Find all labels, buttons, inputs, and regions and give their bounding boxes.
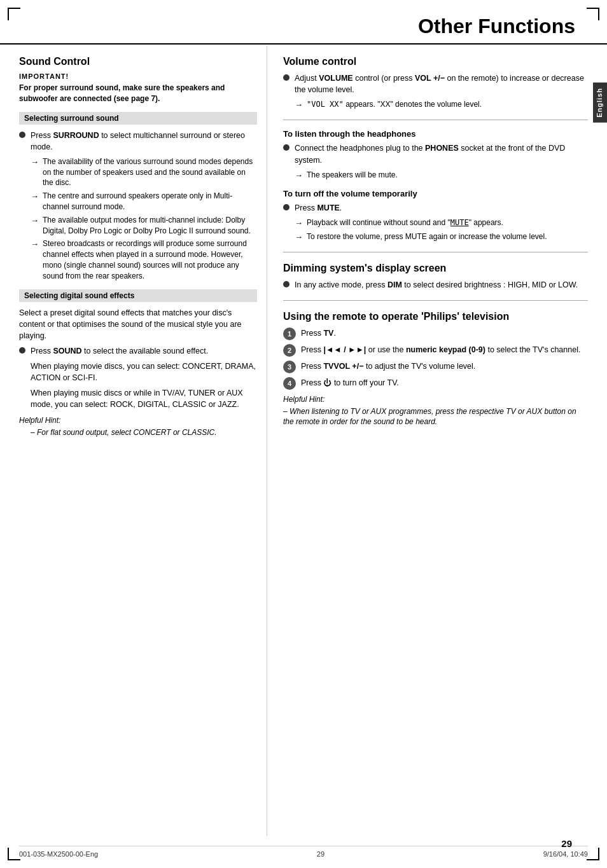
page-title-bar: Other Functions: [0, 0, 607, 45]
mute-arrow1-text: Playback will continue without sound and…: [307, 217, 503, 228]
arrow-icon-2: →: [31, 191, 39, 202]
divider-headphones: [283, 120, 588, 120]
arrow-icon-mute1: →: [295, 217, 303, 229]
step2-item: 2 Press |◄◄ / ►►| or use the numeric key…: [283, 344, 588, 357]
digital-intro-text: Select a preset digital sound effects th…: [19, 307, 257, 341]
helpful-hint-text-left: – For flat sound output, select CONCERT …: [31, 427, 257, 438]
right-column: Volume control Adjust VOLUME control (or…: [280, 46, 588, 836]
volume-arrow1-text: "VOL XX" appears. "XX" denotes the volum…: [307, 99, 482, 110]
surround-bullet-text: Press SURROUND to select multichannel su…: [31, 130, 257, 153]
helpful-hint-label-right: Helpful Hint:: [283, 395, 588, 404]
step3-number: 3: [283, 361, 296, 373]
mute-arrow1: → Playback will continue without sound a…: [295, 217, 588, 229]
sound-bullet-item: Press SOUND to select the available soun…: [19, 345, 257, 357]
bullet-dot-mute: [283, 204, 290, 210]
surround-arrow3-text: The available output modes for multi-cha…: [43, 215, 257, 237]
music-text: When playing music discs or while in TV/…: [31, 387, 257, 410]
arrow-icon-mute2: →: [295, 231, 303, 243]
headphones-arrow-text: The speakers will be mute.: [307, 170, 398, 181]
helpful-hint-label-left: Helpful Hint:: [19, 416, 257, 425]
surround-bullet-item: Press SURROUND to select multichannel su…: [19, 130, 257, 153]
page-title: Other Functions: [418, 15, 575, 38]
bullet-dot-volume: [283, 74, 290, 81]
surround-arrow2-text: The centre and surround speakers operate…: [43, 191, 257, 212]
content-area: Sound Control IMPORTANT! For proper surr…: [19, 46, 588, 836]
subsection-digital: Selecting digital sound effects: [19, 289, 257, 302]
mute-arrow2-text: To restore the volume, press MUTE again …: [307, 231, 547, 242]
movie-text: When playing movie discs, you can select…: [31, 361, 257, 383]
sound-control-title: Sound Control: [19, 56, 257, 67]
arrow-icon-headphones: →: [295, 170, 303, 181]
sound-bullet-text: Press SOUND to select the available soun…: [31, 345, 257, 357]
side-tab-english: English: [593, 83, 607, 123]
surround-arrow1: → The availability of the various surrou…: [31, 156, 257, 188]
step3-text: Press TVVOL +/− to adjust the TV's volum…: [301, 361, 588, 372]
dim-section-title: Dimming system's display screen: [283, 263, 588, 274]
headphones-arrow: → The speakers will be mute.: [295, 170, 588, 181]
surround-arrow4-text: Stereo broadcasts or recordings will pro…: [43, 238, 257, 281]
footer-doc-id: 001-035-MX2500-00-Eng: [19, 850, 98, 858]
headphones-heading: To listen through the headphones: [283, 129, 588, 139]
bullet-dot-sound: [19, 347, 25, 354]
bullet-dot-dim: [283, 281, 290, 287]
arrow-icon-4: →: [31, 238, 39, 250]
mute-heading: To turn off the volume temporarily: [283, 189, 588, 198]
step1-number: 1: [283, 327, 296, 340]
mute-bullet-item: Press MUTE.: [283, 202, 588, 214]
tv-section-title: Using the remote to operate 'Philips' te…: [283, 311, 588, 322]
helpful-hint-text-right: – When listening to TV or AUX programmes…: [283, 406, 588, 428]
footer-page-center: 29: [317, 850, 324, 858]
volume-control-title: Volume control: [283, 56, 588, 67]
page-number-display: 29: [561, 838, 572, 849]
important-label: IMPORTANT!: [19, 72, 257, 80]
arrow-icon-1: →: [31, 156, 39, 168]
footer-date: 9/16/04, 10:49: [543, 850, 588, 858]
left-column: Sound Control IMPORTANT! For proper surr…: [19, 46, 267, 836]
page-footer: 001-035-MX2500-00-Eng 29 9/16/04, 10:49: [19, 846, 588, 858]
divider-tv: [283, 300, 588, 301]
volume-arrow1: → "VOL XX" appears. "XX" denotes the vol…: [295, 99, 588, 111]
bullet-dot-surround: [19, 132, 25, 138]
mute-display: MUTE: [450, 218, 469, 227]
volume-bullet-text: Adjust VOLUME control (or press VOL +/− …: [295, 72, 588, 95]
corner-mark-br: [587, 848, 599, 860]
important-text: For proper surround sound, make sure the…: [19, 83, 257, 104]
vol-display: "VOL XX": [307, 100, 344, 109]
surround-arrow3: → The available output modes for multi-c…: [31, 215, 257, 237]
page-number: 29: [561, 838, 572, 849]
volume-bullet-item: Adjust VOLUME control (or press VOL +/− …: [283, 72, 588, 95]
step1-item: 1 Press TV.: [283, 327, 588, 340]
headphones-bullet-text: Connect the headphones plug to the PHONE…: [295, 142, 588, 165]
dim-bullet-item: In any active mode, press DIM to select …: [283, 279, 588, 291]
mute-bullet-text: Press MUTE.: [295, 202, 588, 214]
surround-arrow1-text: The availability of the various surround…: [43, 156, 257, 188]
subsection-surround: Selecting surround sound: [19, 112, 257, 125]
step4-text: Press ⏻ to turn off your TV.: [301, 377, 588, 389]
mute-arrow2: → To restore the volume, press MUTE agai…: [295, 231, 588, 243]
bullet-dot-headphones: [283, 144, 290, 151]
corner-mark-bl: [8, 848, 20, 860]
step2-number: 2: [283, 344, 296, 357]
step2-text: Press |◄◄ / ►►| or use the numeric keypa…: [301, 344, 588, 355]
divider-dim: [283, 252, 588, 252]
step4-item: 4 Press ⏻ to turn off your TV.: [283, 377, 588, 390]
dim-bullet-text: In any active mode, press DIM to select …: [295, 279, 588, 291]
step4-number: 4: [283, 377, 296, 390]
headphones-bullet-item: Connect the headphones plug to the PHONE…: [283, 142, 588, 165]
step3-item: 3 Press TVVOL +/− to adjust the TV's vol…: [283, 361, 588, 373]
surround-arrow4: → Stereo broadcasts or recordings will p…: [31, 238, 257, 281]
step1-text: Press TV.: [301, 327, 588, 339]
arrow-icon-vol: →: [295, 99, 303, 111]
surround-arrow2: → The centre and surround speakers opera…: [31, 191, 257, 212]
arrow-icon-3: →: [31, 215, 39, 226]
